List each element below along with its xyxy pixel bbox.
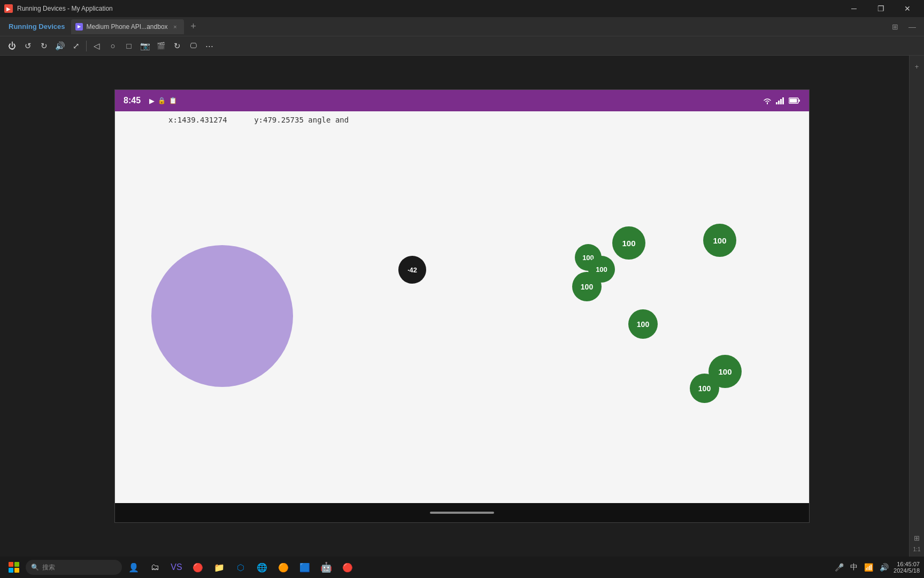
volume-up-button[interactable]: 🔊 <box>52 39 67 54</box>
phone-status-icons: ▶ 🔒 📋 <box>149 97 177 105</box>
add-tab-button[interactable]: + <box>186 19 201 34</box>
tab-bar-right: ⊞ — <box>888 19 920 34</box>
sidebar-add-button[interactable]: + <box>911 60 923 73</box>
title-bar-controls: ─ ❐ ✕ <box>842 0 920 17</box>
search-bar[interactable]: 🔍 搜索 <box>26 560 122 575</box>
win-tile-blue <box>9 568 13 573</box>
phone-nav-indicator <box>430 512 494 514</box>
phone-frame[interactable]: 8:45 ▶ 🔒 📋 <box>114 89 810 523</box>
sidebar-bottom: ⊞ 1:1 <box>911 531 923 552</box>
coord-y: y:479.25735 <box>254 116 304 124</box>
title-bar: ▶ Running Devices - My Application ─ ❐ ✕ <box>0 0 924 17</box>
taskbar-folder-icon[interactable]: 📁 <box>210 558 229 577</box>
home-button[interactable]: ○ <box>105 39 120 54</box>
taskbar-edge-icon[interactable]: 🌐 <box>252 558 272 577</box>
screen-button[interactable]: 🖵 <box>186 39 201 54</box>
rotate-back-button[interactable]: ↺ <box>20 39 35 54</box>
svg-rect-2 <box>780 99 782 104</box>
large-purple-circle <box>151 245 293 387</box>
device-tab[interactable]: ▶ Medium Phone API...andbox × <box>71 19 183 34</box>
right-sidebar: + ⊞ 1:1 <box>909 56 924 557</box>
win-tile-yellow <box>14 568 19 573</box>
back-button[interactable]: ◁ <box>89 39 104 54</box>
clock-date: 2024/5/18 <box>894 567 920 574</box>
coords-display: x:1439.431274 y:479.25735 angle and <box>168 116 349 124</box>
volume-icon[interactable]: 🔊 <box>878 563 890 572</box>
phone-status-right <box>762 96 800 105</box>
tab-icon: ▶ <box>75 23 83 31</box>
taskbar-red2-icon[interactable]: 🔴 <box>338 558 357 577</box>
clock-time: 16:45:07 <box>897 561 920 567</box>
play-icon: ▶ <box>149 97 155 105</box>
black-circle-42: ·42 <box>398 256 426 284</box>
minimize-button[interactable]: ─ <box>842 0 866 17</box>
more-button[interactable]: ⋯ <box>202 39 217 54</box>
win-tile-green <box>14 562 19 567</box>
signal-icon <box>776 97 786 104</box>
power-button[interactable]: ⏻ <box>4 39 19 54</box>
green-circle-100-8: 100 <box>690 374 719 403</box>
expand-button[interactable]: ⤢ <box>68 39 83 54</box>
main-content: 8:45 ▶ 🔒 📋 <box>0 56 924 557</box>
taskbar-orange-icon[interactable]: 🟠 <box>274 558 293 577</box>
phone-nav-bar <box>115 503 809 522</box>
refresh-button[interactable]: ↻ <box>170 39 184 54</box>
tab-settings-icon[interactable]: ⊞ <box>888 19 903 34</box>
taskbar-vscode-icon[interactable]: ⬡ <box>231 558 250 577</box>
tab-bar: Running Devices ▶ Medium Phone API...and… <box>0 17 924 36</box>
search-placeholder: 搜索 <box>42 563 55 572</box>
close-button[interactable]: ✕ <box>895 0 920 17</box>
toolbar-separator <box>86 41 87 51</box>
taskbar-system-tray: 🎤 中 📶 🔊 16:45:07 2024/5/18 <box>833 561 920 574</box>
phone-time: 8:45 <box>124 96 141 105</box>
tab-close-button[interactable]: × <box>171 22 180 31</box>
running-devices-label: Running Devices <box>4 22 69 31</box>
search-icon: 🔍 <box>31 564 39 571</box>
green-circle-100-5: 100 <box>703 224 736 257</box>
battery-icon <box>789 97 800 104</box>
green-circle-100-4: 100 <box>572 272 602 301</box>
coord-x: x:1439.431274 <box>168 116 227 124</box>
tab-label: Medium Phone API...andbox <box>86 23 167 31</box>
windows-logo-icon <box>9 562 19 573</box>
start-button[interactable] <box>4 558 24 577</box>
camera-button[interactable]: 📷 <box>137 39 152 54</box>
mic-icon[interactable]: 🎤 <box>833 563 845 572</box>
tab-collapse-button[interactable]: — <box>905 19 920 34</box>
wifi-icon[interactable]: 📶 <box>863 563 875 572</box>
toolbar: ⏻ ↺ ↻ 🔊 ⤢ ◁ ○ □ 📷 🎬 ↻ 🖵 ⋯ <box>0 36 924 56</box>
sim-icon: 📋 <box>169 97 177 104</box>
app-icon: ▶ <box>4 4 13 13</box>
taskbar-vs-icon[interactable]: VS <box>167 558 186 577</box>
stop-button[interactable]: □ <box>121 39 136 54</box>
black-circle-label: ·42 <box>407 266 417 274</box>
restore-button[interactable]: ❐ <box>868 0 893 17</box>
svg-rect-0 <box>776 102 777 104</box>
phone-status-bar: 8:45 ▶ 🔒 📋 <box>115 90 809 111</box>
taskbar-user-icon[interactable]: 👤 <box>124 558 143 577</box>
vpn-icon: 🔒 <box>158 97 166 104</box>
svg-rect-1 <box>778 101 780 104</box>
title-bar-text: Running Devices - My Application <box>17 5 837 12</box>
green-circle-100-1: 100 <box>612 226 645 260</box>
svg-rect-3 <box>782 97 784 104</box>
win-tile-red <box>9 562 13 567</box>
taskbar-time[interactable]: 16:45:07 2024/5/18 <box>894 561 920 574</box>
taskbar-red-icon[interactable]: 🔴 <box>188 558 207 577</box>
rotate-forward-button[interactable]: ↻ <box>36 39 51 54</box>
taskbar-blue-icon[interactable]: 🟦 <box>295 558 314 577</box>
wifi-icon <box>762 96 773 105</box>
ime-icon[interactable]: 中 <box>849 562 859 572</box>
taskbar: 🔍 搜索 👤 🗂 VS 🔴 📁 ⬡ 🌐 🟠 🟦 🤖 🔴 🎤 中 📶 🔊 16:4… <box>0 557 924 578</box>
green-circle-100-6: 100 <box>628 309 658 339</box>
svg-rect-5 <box>799 100 800 102</box>
coord-suffix: angle and <box>308 116 349 124</box>
sidebar-settings-button[interactable]: ⊞ <box>911 531 923 544</box>
video-button[interactable]: 🎬 <box>153 39 168 54</box>
taskbar-android-icon[interactable]: 🤖 <box>317 558 336 577</box>
taskbar-file-explorer[interactable]: 🗂 <box>145 558 165 577</box>
ratio-label: 1:1 <box>913 546 921 552</box>
phone-content[interactable]: x:1439.431274 y:479.25735 angle and ·42 … <box>115 111 809 503</box>
svg-rect-6 <box>790 99 797 103</box>
